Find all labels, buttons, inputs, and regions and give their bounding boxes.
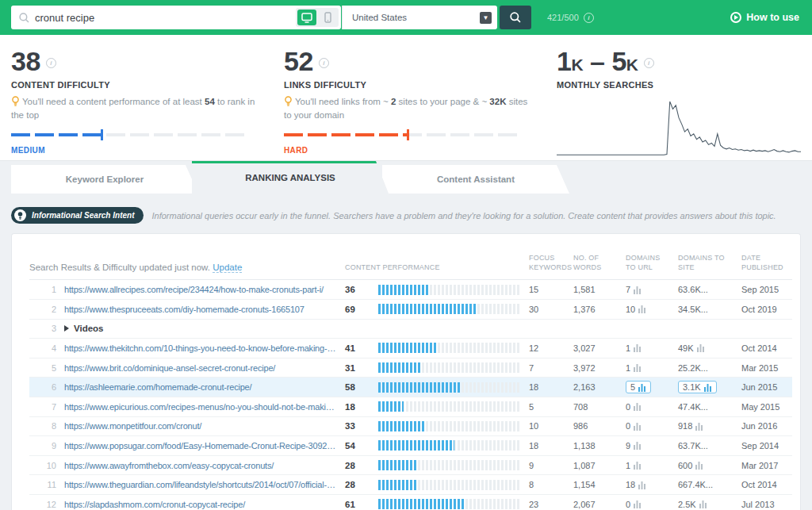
links-difficulty-score: 52 bbox=[284, 48, 313, 76]
date-published-value: May 2015 bbox=[741, 402, 792, 412]
result-url-link[interactable]: https://www.awayfromthebox.com/easy-copy… bbox=[64, 461, 339, 470]
result-url-link[interactable]: https://www.allrecipes.com/recipe/234424… bbox=[64, 285, 339, 294]
column-domains-to-site: DOMAINS TO SITE bbox=[678, 254, 735, 272]
result-url-link[interactable]: https://slapdashmom.com/cronut-copycat-r… bbox=[64, 500, 339, 509]
content-performance-bar bbox=[378, 401, 519, 412]
keyword-input[interactable] bbox=[35, 12, 296, 24]
focus-keywords-value: 18 bbox=[529, 382, 567, 392]
mini-bar-chart-icon bbox=[699, 500, 707, 508]
content-difficulty-info-icon[interactable]: i bbox=[46, 58, 56, 68]
domains-to-site-value[interactable]: 47.4K... bbox=[678, 402, 708, 412]
result-url-link[interactable]: https://www.popsugar.com/food/Easy-Homem… bbox=[64, 441, 339, 451]
result-url-link[interactable]: https://www.epicurious.com/recipes-menus… bbox=[64, 402, 339, 412]
focus-keywords-value: 23 bbox=[529, 500, 567, 509]
metrics-band: 38 i CONTENT DIFFICULTY You'll need a co… bbox=[0, 35, 812, 161]
intent-bulb-icon bbox=[14, 209, 26, 221]
desktop-toggle-button[interactable] bbox=[297, 10, 316, 25]
content-performance-value: 41 bbox=[345, 343, 372, 353]
content-difficulty-level: MEDIUM bbox=[11, 146, 273, 155]
mini-bar-chart-icon bbox=[634, 422, 642, 431]
table-row: 6 https://ashleemarie.com/homemade-cronu… bbox=[29, 378, 792, 397]
date-published-value: Oct 2014 bbox=[741, 343, 792, 353]
content-difficulty-bar-fill bbox=[11, 133, 102, 136]
domains-to-url-value[interactable]: 9 bbox=[626, 441, 630, 451]
domains-to-url-value[interactable]: 1 bbox=[626, 363, 630, 373]
content-performance-value: 28 bbox=[345, 461, 372, 470]
no-of-words-value: 1,154 bbox=[573, 480, 619, 489]
column-content-performance: CONTENT PERFORMANCE bbox=[345, 263, 523, 273]
monthly-searches-info-icon[interactable]: i bbox=[644, 58, 654, 68]
result-url-link[interactable]: https://www.thekitchn.com/10-things-you-… bbox=[64, 343, 339, 353]
content-performance-bar bbox=[378, 440, 519, 451]
domains-to-site-value[interactable]: 667.4K... bbox=[678, 480, 713, 489]
table-row: 4 https://www.thekitchn.com/10-things-yo… bbox=[29, 339, 792, 359]
update-link[interactable]: Update bbox=[213, 263, 242, 273]
content-difficulty-bar-marker bbox=[101, 129, 103, 140]
search-button[interactable] bbox=[500, 6, 531, 29]
domains-to-url-value[interactable]: 0 bbox=[626, 500, 630, 509]
domains-to-site-value[interactable]: 34.5K... bbox=[678, 305, 708, 314]
links-difficulty-card: 52 i LINKS DIFFICULTY You'll need links … bbox=[284, 48, 546, 160]
links-difficulty-info-icon[interactable]: i bbox=[319, 58, 329, 68]
videos-expander[interactable]: Videos bbox=[64, 324, 792, 333]
links-difficulty-bar bbox=[284, 129, 522, 140]
rank: 4 bbox=[29, 343, 58, 353]
search-intent-badge: Informational Search Intent bbox=[11, 207, 144, 224]
content-performance-value: 31 bbox=[345, 363, 372, 373]
domains-to-url-value[interactable]: 1 bbox=[626, 461, 630, 470]
date-published-value: Mar 2017 bbox=[741, 461, 792, 470]
content-difficulty-card: 38 i CONTENT DIFFICULTY You'll need a co… bbox=[11, 48, 273, 160]
content-performance-bar bbox=[378, 382, 519, 393]
domains-to-site-value[interactable]: 49K bbox=[678, 343, 694, 353]
table-body: 1 https://www.allrecipes.com/recipe/2344… bbox=[29, 280, 792, 510]
mobile-toggle-button[interactable] bbox=[318, 10, 337, 25]
domains-to-site-value[interactable]: 63.7K... bbox=[678, 441, 708, 451]
how-to-use-link[interactable]: How to use bbox=[730, 12, 799, 23]
rank: 10 bbox=[29, 461, 58, 470]
domains-to-site-value[interactable]: 600 bbox=[678, 461, 692, 470]
mini-bar-chart-icon bbox=[638, 305, 646, 313]
domains-to-url-value[interactable]: 10 bbox=[626, 305, 635, 314]
domains-to-site-value[interactable]: 25.2K... bbox=[678, 363, 708, 373]
mini-bar-chart-icon bbox=[634, 461, 642, 470]
tab-content-assistant[interactable]: Content Assistant bbox=[382, 165, 569, 194]
domains-to-url-value[interactable]: 0 bbox=[626, 402, 630, 412]
mini-bar-chart-icon bbox=[634, 402, 642, 411]
location-select[interactable]: United States ▼ bbox=[342, 6, 497, 29]
domains-to-site-value[interactable]: 3.1K bbox=[678, 381, 717, 393]
no-of-words-value: 3,027 bbox=[573, 343, 619, 353]
domains-to-url-value[interactable]: 5 bbox=[626, 381, 651, 393]
content-performance-bar bbox=[378, 480, 519, 490]
table-row: 11 https://www.theguardian.com/lifeandst… bbox=[29, 475, 792, 495]
rank: 11 bbox=[29, 480, 58, 489]
mini-bar-chart-icon bbox=[697, 343, 705, 352]
mini-bar-chart-icon bbox=[634, 286, 642, 294]
domains-to-site-value[interactable]: 63.6K... bbox=[678, 285, 708, 294]
domains-to-url-value[interactable]: 18 bbox=[626, 480, 635, 489]
domains-to-url-value[interactable]: 7 bbox=[626, 285, 630, 294]
tab-keyword-explorer[interactable]: Keyword Explorer bbox=[11, 165, 198, 194]
domains-to-url-value[interactable]: 0 bbox=[626, 421, 630, 431]
result-url-link[interactable]: https://www.brit.co/dominique-ansel-secr… bbox=[64, 363, 339, 373]
content-performance-bar bbox=[378, 362, 519, 373]
tab-ranking-analysis[interactable]: RANKING ANALYSIS bbox=[192, 161, 389, 194]
table-row: 5 https://www.brit.co/dominique-ansel-se… bbox=[29, 359, 792, 378]
domains-to-site-value[interactable]: 2.5K bbox=[678, 500, 696, 509]
result-url-link[interactable]: https://www.thespruceeats.com/diy-homema… bbox=[64, 305, 339, 314]
content-difficulty-bar bbox=[11, 129, 249, 140]
quota-info-icon[interactable]: i bbox=[584, 13, 594, 23]
keyword-search-box[interactable] bbox=[11, 6, 341, 29]
column-domains-to-url: DOMAINS TO URL bbox=[626, 254, 672, 272]
result-url-link[interactable]: https://www.theguardian.com/lifeandstyle… bbox=[64, 480, 339, 489]
how-to-use-label: How to use bbox=[746, 12, 799, 23]
date-published-value: Jul 2013 bbox=[741, 500, 792, 509]
result-url-link[interactable]: https://www.monpetitfour.com/cronut/ bbox=[64, 421, 339, 431]
result-url-link[interactable]: https://ashleemarie.com/homemade-cronut-… bbox=[64, 382, 339, 392]
content-performance-bar bbox=[378, 499, 519, 509]
date-published-value: Jun 2015 bbox=[741, 382, 792, 392]
domains-to-url-value[interactable]: 1 bbox=[626, 343, 630, 353]
content-performance-value: 58 bbox=[345, 382, 372, 392]
focus-keywords-value: 8 bbox=[529, 480, 567, 489]
domains-to-site-value[interactable]: 918 bbox=[678, 421, 692, 431]
table-row: 7 https://www.epicurious.com/recipes-men… bbox=[29, 397, 792, 417]
